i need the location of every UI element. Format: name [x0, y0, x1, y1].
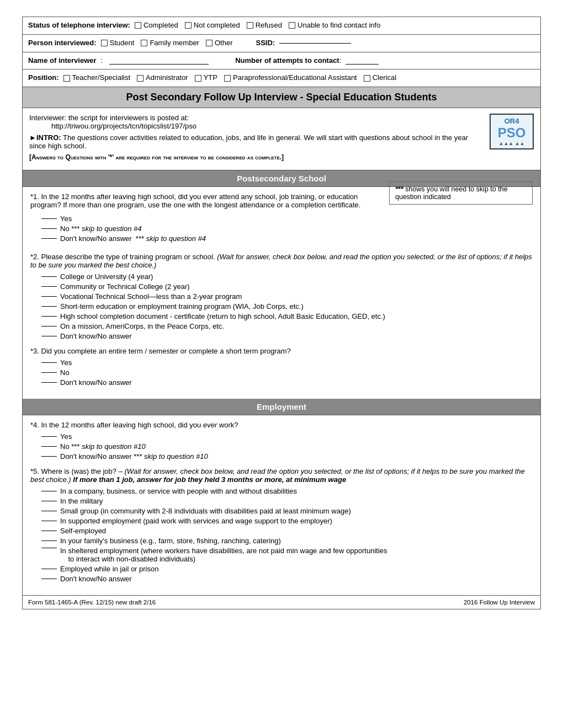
logo-area: OR4 PSO ▲▲▲ ▲▲: [490, 114, 534, 149]
position-admin[interactable]: Administrator: [137, 72, 188, 84]
q2-opt7-blank[interactable]: [41, 336, 57, 336]
other-checkbox[interactable]: [206, 40, 213, 46]
q5-opt3-label: Small group (in community with 2-8 indiv…: [60, 507, 351, 515]
q2-opt5-blank[interactable]: [41, 316, 57, 317]
q2-opt1-blank[interactable]: [41, 276, 57, 277]
q5-opt5-blank[interactable]: [41, 531, 57, 531]
q3-no: No: [41, 368, 533, 377]
q5-opt9: Don't know/No answer: [41, 575, 533, 583]
position-ytp[interactable]: YTP: [195, 72, 217, 84]
attempts-field[interactable]: [346, 57, 379, 65]
q2-opt5-label: High school completion document - certif…: [60, 312, 385, 320]
q2-opt3-label: Vocational Technical School—less than a …: [60, 292, 242, 301]
q2-opt1-label: College or University (4 year): [60, 272, 153, 281]
unable-label: Unable to find contact info: [298, 20, 380, 31]
q3-yes-blank[interactable]: [41, 362, 57, 363]
q5-opt7-blank[interactable]: [41, 548, 57, 548]
family-checkbox[interactable]: [141, 40, 147, 46]
intro-para: ►INTRO: The questions cover activities r…: [29, 133, 534, 150]
family-label: Family member: [150, 38, 199, 49]
position-para[interactable]: Paraprofessional/Educational Assistant: [224, 72, 357, 84]
person-row: Person interviewed: Student Family membe…: [23, 35, 540, 52]
logo-pso: PSO: [494, 125, 529, 141]
q4-yes: Yes: [41, 432, 533, 441]
refused-checkbox[interactable]: [247, 22, 253, 29]
admin-checkbox[interactable]: [137, 75, 144, 82]
q2-opt7-label: Don't know/No answer: [60, 332, 132, 340]
q2-opt6: On a mission, AmeriCorps, in the Peace C…: [41, 322, 533, 330]
q5-opt7: In sheltered employment (where workers h…: [41, 547, 533, 563]
q2-opt2-blank[interactable]: [41, 286, 57, 287]
q5-opt1: In a company, business, or service with …: [41, 487, 533, 495]
skip-stars: ***: [395, 185, 405, 193]
q5-opt2-blank[interactable]: [41, 501, 57, 501]
person-other[interactable]: Other: [206, 38, 233, 49]
other-label: Other: [215, 38, 233, 49]
question-3: *3. Did you complete an entire term / se…: [30, 347, 533, 387]
q5-opt9-label: Don't know/No answer: [60, 575, 132, 583]
q2-opt3-blank[interactable]: [41, 296, 57, 297]
status-not-completed[interactable]: Not completed: [185, 20, 240, 31]
person-family[interactable]: Family member: [141, 38, 199, 49]
teacher-checkbox[interactable]: [63, 75, 70, 82]
interviewer-field[interactable]: [109, 57, 209, 65]
q5-opt3-blank[interactable]: [41, 511, 57, 511]
q2-opt6-blank[interactable]: [41, 326, 57, 326]
q5-opt9-blank[interactable]: [41, 579, 57, 579]
q2-opt4-blank[interactable]: [41, 306, 57, 307]
ytp-checkbox[interactable]: [195, 75, 201, 82]
student-label: Student: [110, 38, 135, 49]
q1-dontknow-blank[interactable]: [41, 238, 57, 239]
q2-opt6-label: On a mission, AmeriCorps, in the Peace C…: [60, 322, 224, 330]
status-unable[interactable]: Unable to find contact info: [289, 20, 380, 31]
status-row: Status of telephone interview: Completed…: [23, 17, 540, 35]
unable-checkbox[interactable]: [289, 22, 295, 29]
admin-label: Administrator: [146, 72, 188, 84]
q1-no-blank[interactable]: [41, 228, 57, 229]
completed-checkbox[interactable]: [135, 22, 141, 29]
status-label: Status of telephone interview:: [28, 20, 130, 31]
q2-opt4-label: Short-term education or employment train…: [60, 302, 304, 311]
q1-yes-blank[interactable]: [41, 218, 57, 219]
logo-sub: ▲▲▲ ▲▲: [494, 141, 529, 146]
clerical-label: Clerical: [373, 72, 396, 84]
position-teacher[interactable]: Teacher/Specialist: [63, 72, 131, 84]
q5-opt8-label: Employed while in jail or prison: [60, 565, 158, 573]
q5-opt5-label: Self-employed: [60, 527, 106, 535]
q3-no-blank[interactable]: [41, 372, 57, 373]
q4-no-blank[interactable]: [41, 446, 57, 447]
intro-line1: Interviewer: the script for interviewers…: [29, 114, 534, 130]
footer-right: 2016 Follow Up Interview: [464, 599, 535, 606]
q2-opt1: College or University (4 year): [41, 272, 533, 281]
q4-dontknow-blank[interactable]: [41, 456, 57, 457]
q5-opt6-blank[interactable]: [41, 540, 57, 541]
ssid-field[interactable]: [279, 43, 351, 44]
clerical-checkbox[interactable]: [364, 75, 370, 82]
q1-no: No *** skip to question #4: [41, 224, 533, 233]
q3-dontknow-blank[interactable]: [41, 382, 57, 383]
para-label: Paraprofessional/Educational Assistant: [233, 72, 357, 84]
person-student[interactable]: Student: [101, 38, 135, 49]
student-checkbox[interactable]: [101, 40, 108, 46]
q5-opt3: Small group (in community with 2-8 indiv…: [41, 507, 533, 515]
para-checkbox[interactable]: [224, 75, 231, 82]
ytp-label: YTP: [204, 72, 217, 84]
not-completed-checkbox[interactable]: [185, 22, 192, 29]
q5-opt4-blank[interactable]: [41, 521, 57, 521]
intro-text: The questions cover activities related t…: [29, 133, 468, 150]
status-refused[interactable]: Refused: [247, 20, 282, 31]
skip-text: shows you will need to skip to the quest…: [395, 185, 508, 201]
q4-no: No *** skip to question #10: [41, 442, 533, 451]
position-clerical[interactable]: Clerical: [364, 72, 396, 84]
q5-opt1-blank[interactable]: [41, 491, 57, 491]
q5-opt2: In the military: [41, 497, 533, 505]
q5-opt8-blank[interactable]: [41, 569, 57, 569]
status-completed[interactable]: Completed: [135, 20, 178, 31]
q1-dontknow: Don't know/No answer *** skip to questio…: [41, 234, 533, 243]
q2-options: College or University (4 year) Community…: [41, 272, 533, 340]
q5-opt1-label: In a company, business, or service with …: [60, 487, 297, 495]
q2-opt4: Short-term education or employment train…: [41, 302, 533, 311]
q4-yes-blank[interactable]: [41, 436, 57, 437]
q3-options: Yes No Don't know/No answer: [41, 358, 533, 387]
teacher-label: Teacher/Specialist: [72, 72, 131, 84]
